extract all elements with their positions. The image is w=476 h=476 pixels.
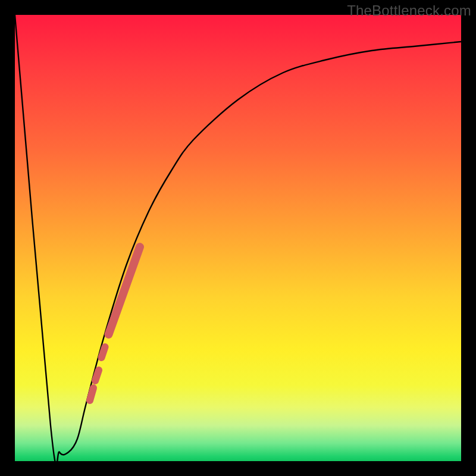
highlight-segment xyxy=(109,247,140,334)
plot-area xyxy=(15,15,461,461)
bottleneck-curve-path xyxy=(15,15,461,461)
highlight-segment xyxy=(102,347,105,358)
highlight-segment xyxy=(95,370,99,381)
highlight-markers xyxy=(90,247,140,400)
chart-svg xyxy=(15,15,461,461)
attribution-text: TheBottleneck.com xyxy=(347,2,471,19)
bottleneck-curve xyxy=(15,15,461,461)
highlight-segment xyxy=(90,388,93,400)
chart-frame: TheBottleneck.com xyxy=(0,0,476,476)
